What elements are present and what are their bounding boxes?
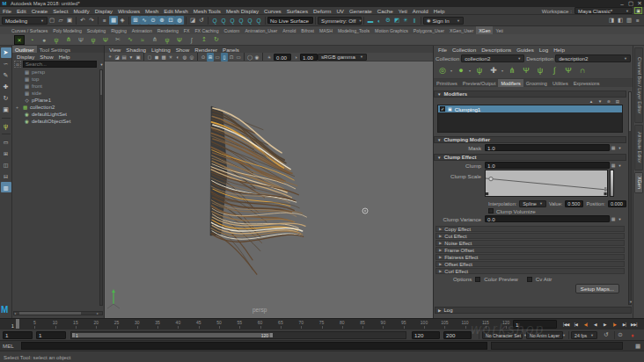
menu-surfaces[interactable]: Surfaces bbox=[284, 8, 311, 14]
section-noise-effect[interactable]: ▶Noise Effect bbox=[435, 240, 625, 246]
bookmark-icon[interactable]: ▾ bbox=[128, 53, 135, 62]
menu-edit-mesh[interactable]: Edit Mesh bbox=[161, 8, 191, 14]
outliner-item-side[interactable]: ▦side bbox=[12, 90, 104, 97]
shelf-tab-fx[interactable]: FX bbox=[181, 26, 193, 34]
mask-field[interactable]: 1.0 bbox=[485, 144, 610, 151]
select-object-icon[interactable]: ▦ bbox=[109, 16, 118, 25]
range-slider-bar[interactable]: 1 120 bbox=[72, 333, 273, 337]
shelf-tab-yeti[interactable]: Yeti bbox=[493, 26, 505, 34]
exposure-icon[interactable]: ☀ bbox=[265, 53, 274, 62]
outliner-tab-outliner[interactable]: Outliner bbox=[12, 46, 37, 53]
chevron-down-icon[interactable]: ▾ bbox=[469, 69, 471, 73]
range-slider-trough[interactable]: 1 120 bbox=[70, 331, 406, 339]
step-forward-frame-icon[interactable]: |▶ bbox=[610, 320, 619, 329]
anim-end-field[interactable]: 200 bbox=[443, 331, 472, 339]
select-tool-icon[interactable]: ➤ bbox=[1, 47, 11, 58]
groom-brush-icon[interactable]: ψ bbox=[1, 120, 11, 131]
viewport-canvas[interactable]: persp bbox=[105, 62, 433, 318]
redo-icon[interactable]: ↷ bbox=[87, 16, 96, 25]
auto-keyframe-icon[interactable]: ♦ bbox=[628, 330, 637, 339]
modeling-toolkit-toggle-icon[interactable]: ◨ bbox=[607, 16, 616, 25]
xgen-scrollbar[interactable]: ▼ bbox=[628, 91, 632, 305]
right-tab-attribute-editor[interactable]: Attribute Editor bbox=[634, 125, 643, 170]
outliner-menu-help[interactable]: Help bbox=[56, 54, 73, 60]
shelf-tab-rigging[interactable]: Rigging bbox=[108, 26, 129, 34]
pick-deformations-icon[interactable]: Q bbox=[254, 16, 263, 25]
split-top-layout-icon[interactable]: ⊟ bbox=[1, 170, 11, 181]
menu-mesh-tools[interactable]: Mesh Tools bbox=[191, 8, 223, 14]
frame-selection-icon[interactable]: ◉ bbox=[253, 53, 260, 62]
guide-sculpt2-icon[interactable]: Ψ bbox=[521, 64, 531, 76]
live-surface-field[interactable]: No Live Surface bbox=[267, 17, 313, 24]
outliner-item-pplane1[interactable]: ◇pPlane1 bbox=[12, 97, 104, 104]
time-slider[interactable]: 5101520253035404550556065707580859095100… bbox=[0, 318, 644, 329]
pause-viewport-icon[interactable]: ‖ bbox=[410, 16, 419, 25]
noise-tool-icon[interactable]: ∿ bbox=[125, 35, 135, 45]
expand-icon[interactable]: + bbox=[16, 105, 22, 110]
chevron-down-icon[interactable]: ▾ bbox=[450, 69, 452, 73]
cut-tool-icon[interactable]: ✂ bbox=[113, 35, 123, 45]
lasso-tool-icon[interactable]: ∽ bbox=[1, 59, 11, 69]
camera-lock-icon[interactable]: ◪ bbox=[113, 53, 121, 62]
motion-blur-icon[interactable]: ◎ bbox=[188, 53, 195, 62]
comb-tool-icon[interactable]: ψ bbox=[88, 35, 99, 45]
shelf-tab-motion-graphics[interactable]: Motion Graphics bbox=[372, 26, 411, 34]
modifier-listbox[interactable]: ✓▣Clumping1 bbox=[437, 105, 623, 133]
map-icon[interactable]: ▦ bbox=[610, 161, 617, 170]
shelf-tab-curves-surfaces[interactable]: Curves / Surfaces bbox=[9, 26, 50, 34]
isolate-select-icon[interactable]: ⊙ bbox=[200, 53, 207, 62]
textured-mode-icon[interactable]: ▩ bbox=[160, 53, 167, 62]
hypershade-icon[interactable]: ◩ bbox=[392, 16, 401, 25]
range-end-handle[interactable] bbox=[270, 333, 273, 337]
xgen-grass-icon[interactable]: ψ bbox=[474, 64, 485, 76]
menu-set-select[interactable]: Modeling▼ bbox=[2, 17, 48, 25]
guide-place-icon[interactable]: ⋔ bbox=[63, 35, 74, 45]
pick-surfaces-icon[interactable]: Q bbox=[245, 16, 254, 25]
shelf-tab-rendering[interactable]: Rendering bbox=[155, 26, 181, 34]
shelf-tab-modeling-tools[interactable]: Modeling_Tools bbox=[335, 26, 372, 34]
gamma-field[interactable]: 1.00 bbox=[300, 54, 318, 61]
anim-layer-select[interactable]: No Anim Layer▼ bbox=[526, 331, 563, 339]
step-forward-key-icon[interactable]: ▶| bbox=[619, 320, 629, 329]
map-icon[interactable]: ▦ bbox=[610, 214, 617, 223]
shelf-tab-fx-caching[interactable]: FX Caching bbox=[192, 26, 221, 34]
length-brush-icon[interactable]: ψ bbox=[162, 35, 172, 45]
shelf-tab-arnold[interactable]: Arnold bbox=[280, 26, 298, 34]
xgen-move-icon[interactable]: ✚ bbox=[488, 64, 499, 76]
color-preview-checkbox[interactable] bbox=[475, 277, 480, 282]
section-flatness-effect[interactable]: ▶Flatness Effect bbox=[435, 254, 625, 260]
shelf-tab-mash[interactable]: MASH bbox=[317, 26, 335, 34]
search-input[interactable] bbox=[23, 61, 97, 68]
screen-ao-icon[interactable]: ◍ bbox=[181, 53, 188, 62]
shelf-tab-custom[interactable]: Custom bbox=[222, 26, 243, 34]
menu-generate[interactable]: Generate bbox=[347, 8, 375, 14]
playback-start-field[interactable]: 1 bbox=[36, 331, 66, 339]
menu-deform[interactable]: Deform bbox=[311, 8, 333, 14]
right-tab-xgen[interactable]: XGen bbox=[634, 172, 643, 193]
chevron-down-icon[interactable]: ▼ bbox=[617, 143, 623, 152]
density-brush-icon[interactable]: ⋔ bbox=[150, 35, 160, 45]
pick-curves-icon[interactable]: Q bbox=[237, 16, 245, 25]
log-section-header[interactable]: ▶Log bbox=[435, 307, 632, 314]
tool-settings-toggle-icon[interactable]: ▥ bbox=[625, 16, 633, 25]
clump-field[interactable]: 1.0 bbox=[485, 162, 610, 169]
xgen-menu-descriptions[interactable]: Descriptions bbox=[479, 47, 514, 53]
snap-view-plane-icon[interactable]: ⊡ bbox=[166, 16, 175, 25]
menu-file[interactable]: File bbox=[0, 8, 14, 14]
xgen-tab-preview-output[interactable]: Preview/Output bbox=[460, 79, 499, 87]
open-scene-icon[interactable]: ▱ bbox=[56, 16, 65, 25]
xgen-lasso-icon[interactable]: ◎ bbox=[437, 64, 448, 76]
cv-attr-checkbox[interactable] bbox=[527, 277, 532, 282]
selection-filter-icon[interactable]: ⊡ bbox=[14, 61, 21, 68]
grass-create-icon[interactable]: ψ bbox=[51, 35, 62, 45]
single-pane-layout-icon[interactable]: ▭ bbox=[1, 136, 11, 147]
outliner-item-persp[interactable]: ▦persp bbox=[12, 69, 104, 76]
smooth-shade-icon[interactable]: ◼ bbox=[153, 53, 160, 62]
select-component-icon[interactable]: ◈ bbox=[118, 16, 127, 25]
outliner-menu-display[interactable]: Display bbox=[14, 54, 37, 60]
lasso-sphere-icon[interactable]: ◔ bbox=[26, 35, 37, 45]
snap-curve-icon[interactable]: ∿ bbox=[140, 16, 149, 25]
position-field[interactable]: 0.000 bbox=[608, 200, 626, 207]
xgen-tab-modifiers[interactable]: Modifiers bbox=[498, 79, 523, 87]
map-icon[interactable]: ▦ bbox=[610, 143, 617, 152]
